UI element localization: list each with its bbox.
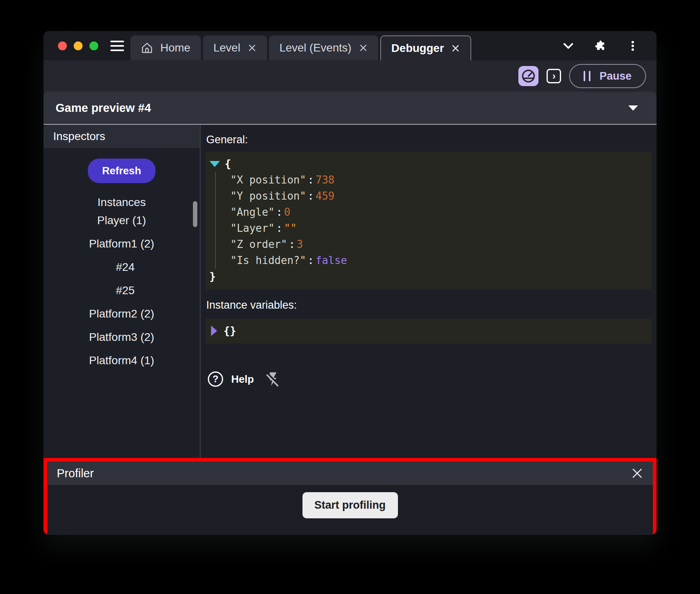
close-window-button[interactable] (58, 41, 67, 50)
pause-icon (584, 71, 590, 81)
json-row-y-position: "Y position":459 (230, 188, 647, 204)
tab-label: Debugger (391, 42, 444, 55)
close-tab-icon[interactable] (451, 44, 460, 53)
instances-group-label: Instances (97, 196, 146, 209)
tree-item-platform2[interactable]: Platform2 (2) (89, 302, 154, 326)
gauge-icon (521, 68, 536, 84)
sidebar-scrollbar[interactable] (193, 201, 197, 227)
tree-item-player[interactable]: Player (1) (97, 209, 146, 232)
inspectors-header: Inspectors (43, 125, 200, 148)
help-button[interactable]: ? Help (208, 371, 254, 387)
tree-item-instance-25[interactable]: #25 (109, 279, 135, 302)
json-row-z-order: "Z order":3 (230, 236, 647, 252)
home-icon (141, 42, 153, 54)
caret-down-icon (628, 105, 638, 111)
debugger-toolbar: › Pause (43, 60, 657, 92)
game-preview-title: Game preview #4 (56, 101, 151, 115)
window-controls (43, 31, 98, 60)
menu-icon[interactable] (110, 31, 124, 60)
start-profiling-button[interactable]: Start profiling (302, 492, 398, 518)
general-section-label: General: (206, 134, 652, 146)
tree-item-platform4[interactable]: Platform4 (1) (89, 349, 154, 372)
json-row-is-hidden: "Is hidden?":false (230, 252, 647, 268)
profiler-gauge-button[interactable] (518, 66, 538, 86)
app-window: Home Level Level (Events) Debugger (43, 31, 657, 535)
minimize-window-button[interactable] (74, 41, 83, 50)
instance-variables-json-viewer: {} (205, 319, 652, 344)
kebab-menu-icon[interactable] (627, 40, 639, 52)
tab-label: Level (213, 41, 240, 54)
close-tab-icon[interactable] (359, 43, 368, 52)
tree-item-platform1[interactable]: Platform1 (2) (89, 232, 154, 256)
json-row-angle: "Angle":0 (230, 204, 647, 220)
help-icon: ? (208, 371, 223, 387)
flash-off-icon[interactable] (264, 369, 282, 389)
tab-debugger[interactable]: Debugger (380, 35, 472, 60)
tree-item-platform3[interactable]: Platform3 (2) (89, 326, 154, 349)
tab-home[interactable]: Home (130, 35, 201, 60)
console-button[interactable]: › (547, 69, 561, 83)
zoom-window-button[interactable] (89, 41, 98, 50)
pause-button[interactable]: Pause (569, 64, 646, 88)
game-preview-header[interactable]: Game preview #4 (43, 92, 657, 124)
open-brace: { (225, 156, 231, 172)
help-label: Help (231, 373, 254, 386)
close-brace: } (209, 268, 216, 285)
console-prompt-icon: › (552, 70, 555, 82)
json-row-layer: "Layer":"" (230, 220, 647, 236)
tree-item-instance-24[interactable]: #24 (109, 256, 135, 279)
tab-level-events[interactable]: Level (Events) (269, 35, 378, 60)
tab-bar: Home Level Level (Events) Debugger (130, 31, 473, 60)
help-row: ? Help (205, 369, 652, 389)
profiler-header: Profiler (47, 462, 653, 485)
profiler-body: Start profiling Start profiling and then… (47, 485, 653, 535)
tab-label: Home (160, 41, 191, 54)
tab-label: Level (Events) (280, 41, 352, 54)
refresh-button[interactable]: Refresh (88, 159, 156, 183)
debugger-content: Inspectors Refresh Instances Player (1) … (43, 125, 657, 535)
instance-variables-label: Instance variables: (206, 299, 652, 311)
tab-level[interactable]: Level (203, 35, 267, 60)
json-row-x-position: "X position":738 (230, 172, 647, 188)
close-tab-icon[interactable] (248, 43, 257, 52)
extensions-puzzle-icon[interactable] (594, 40, 607, 52)
empty-object: {} (224, 323, 236, 339)
collapse-expander-icon[interactable] (209, 161, 220, 167)
profiler-title: Profiler (57, 467, 94, 480)
profiler-panel: Profiler Start profiling Start profiling… (43, 458, 657, 535)
expand-expander-icon[interactable] (211, 326, 217, 336)
titlebar: Home Level Level (Events) Debugger (43, 31, 657, 60)
json-rows: "X position":738 "Y position":459 "Angle… (215, 172, 647, 268)
pause-label: Pause (599, 70, 632, 82)
general-json-viewer: { "X position":738 "Y position":459 "Ang… (205, 152, 652, 289)
titlebar-actions (545, 31, 657, 60)
chevron-down-icon[interactable] (562, 40, 574, 52)
close-icon[interactable] (631, 467, 643, 479)
